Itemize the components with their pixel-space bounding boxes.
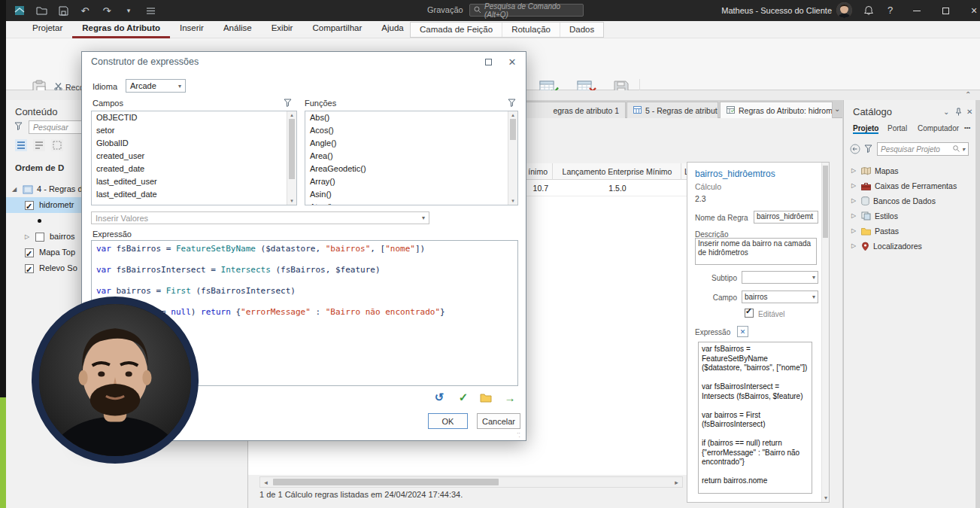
expand-icon[interactable]: ▷ xyxy=(851,239,858,254)
scroll-down-icon[interactable]: ▾ xyxy=(822,494,830,501)
catalog-item-localizadores[interactable]: ▷Localizadores xyxy=(844,239,975,254)
ribbon-tab-projetar[interactable]: Projetar xyxy=(23,20,72,38)
context-tab-dados[interactable]: Dados xyxy=(560,23,603,37)
expand-icon[interactable]: ▷ xyxy=(851,193,858,208)
field-item[interactable]: created_date xyxy=(92,163,296,175)
expand-icon[interactable]: ▷ xyxy=(25,229,32,245)
dialog-maximize-button[interactable] xyxy=(479,55,497,68)
scrollbar-thumb[interactable] xyxy=(273,479,499,485)
undo-icon[interactable]: ↺ xyxy=(432,391,446,404)
catalog-item-pastas[interactable]: ▷Pastas xyxy=(844,224,975,239)
tab-projeto[interactable]: Projeto xyxy=(853,124,878,134)
filter-funnel-icon[interactable] xyxy=(508,99,516,108)
customize-toolbar-icon[interactable] xyxy=(144,5,156,17)
more-tabs-icon[interactable]: ••• xyxy=(964,124,970,131)
filter-funnel-icon[interactable] xyxy=(14,122,23,132)
vertical-scrollbar[interactable]: ▴▾ xyxy=(287,111,296,205)
ribbon-tab-an-lise[interactable]: Análise xyxy=(214,20,262,38)
save-icon[interactable] xyxy=(57,5,69,17)
catalog-search-input[interactable]: Pesquisar Projeto ▾ xyxy=(877,142,969,156)
ribbon-tab-inserir[interactable]: Inserir xyxy=(170,20,214,38)
context-tab-rotula-o[interactable]: Rotulação xyxy=(502,23,560,37)
expression-preview[interactable]: var fsBairros = FeatureSetByName ($datas… xyxy=(698,342,812,494)
expand-icon[interactable]: ▷ xyxy=(851,208,858,224)
undo-icon[interactable]: ↶ xyxy=(79,5,91,17)
view-tab-attribute-rules[interactable]: Regras do Atributo: hidrom xyxy=(720,102,833,118)
layer-visibility-checkbox[interactable] xyxy=(35,233,44,242)
expand-icon[interactable]: ▷ xyxy=(851,224,858,239)
catalog-item-bancos-de-dados[interactable]: ▷Bancos de Dados xyxy=(844,193,975,208)
expand-icon[interactable]: ▷ xyxy=(851,178,858,193)
catalog-item-mapas[interactable]: ▷Mapas xyxy=(844,163,975,178)
field-select[interactable]: bairros▾ xyxy=(742,291,818,303)
redo-icon[interactable]: ↷ xyxy=(101,5,113,17)
ribbon-tab-ajuda[interactable]: Ajuda xyxy=(372,20,413,38)
validate-check-icon[interactable]: ✓ xyxy=(457,391,470,404)
ribbon-tab-regras-do-atributo[interactable]: Regras do Atributo xyxy=(72,20,170,38)
expand-icon[interactable]: ▷ xyxy=(851,163,858,178)
ok-button[interactable]: OK xyxy=(428,413,468,429)
editable-checkbox[interactable] xyxy=(745,309,754,318)
tab-computador[interactable]: Computador xyxy=(918,124,959,132)
catalog-item-caixas-de-ferramentas[interactable]: ▷Caixas de Ferramentas xyxy=(844,178,975,193)
command-search-input[interactable]: Pesquisa de Comando (Alt+Q) xyxy=(469,4,584,17)
list-by-selection-icon[interactable] xyxy=(51,139,63,153)
language-select[interactable]: Arcade▾ xyxy=(126,79,186,93)
list-by-drawing-order-icon[interactable] xyxy=(15,139,27,153)
back-icon[interactable] xyxy=(850,144,860,156)
point-symbol[interactable] xyxy=(38,219,41,223)
cancel-button[interactable]: Cancelar xyxy=(477,413,520,429)
field-item[interactable]: GlobalID xyxy=(92,137,296,150)
scroll-right-icon[interactable]: ▸ xyxy=(671,479,682,486)
function-item[interactable]: Area() xyxy=(305,150,517,163)
horizontal-scrollbar[interactable]: ◂ ▸ xyxy=(259,476,683,488)
layer-visibility-checkbox[interactable] xyxy=(25,248,34,257)
function-item[interactable]: Abs() xyxy=(305,111,517,124)
filter-funnel-icon[interactable] xyxy=(284,99,292,108)
maximize-button[interactable] xyxy=(934,0,957,21)
close-icon[interactable]: ✕ xyxy=(966,108,972,116)
function-item[interactable]: Atan() xyxy=(305,201,517,205)
function-item[interactable]: Array() xyxy=(305,175,517,188)
insert-values-select[interactable]: Inserir Valores▾ xyxy=(91,211,429,224)
function-item[interactable]: Angle() xyxy=(305,137,517,150)
pin-icon[interactable]: ▾ xyxy=(962,146,965,153)
ribbon-tab-exibir[interactable]: Exibir xyxy=(262,20,303,38)
collapse-ribbon-icon[interactable]: ⌃ xyxy=(965,90,971,99)
rule-name-input[interactable]: bairros_hidrôemt xyxy=(754,211,818,224)
open-folder-icon[interactable] xyxy=(479,391,493,404)
tab-portal[interactable]: Portal xyxy=(887,124,907,132)
ribbon-tab-compartilhar[interactable]: Compartilhar xyxy=(302,20,372,38)
function-item[interactable]: AreaGeodetic() xyxy=(305,163,517,175)
description-input[interactable]: Inserir nome da bairro na camada de hidr… xyxy=(695,238,817,265)
chevron-down-icon[interactable]: ⌄ xyxy=(943,108,949,116)
context-tab-camada-de-fei-o[interactable]: Camada de Feição xyxy=(411,23,502,37)
resize-grip[interactable]: ∙∙ ∙ xyxy=(517,431,524,439)
filter-funnel-icon[interactable] xyxy=(864,144,872,154)
view-tab-rules-2[interactable]: 5 - Regras de atributo 2 xyxy=(627,102,718,118)
field-item[interactable]: last_edited_date xyxy=(92,188,296,201)
catalog-item-estilos[interactable]: ▷Estilos xyxy=(844,208,975,224)
pin-icon[interactable] xyxy=(955,108,962,117)
field-item[interactable]: created_user xyxy=(92,150,296,163)
list-by-source-icon[interactable] xyxy=(33,139,45,153)
function-item[interactable]: Acos() xyxy=(305,124,517,137)
field-item[interactable]: setor xyxy=(92,124,296,137)
column-header[interactable]: Lançamento Enterprise Mínimo xyxy=(554,163,681,180)
notifications-bell-icon[interactable] xyxy=(863,5,875,17)
dialog-close-button[interactable]: ✕ xyxy=(503,55,521,68)
tab-list-chevron-icon[interactable]: ⌄ xyxy=(834,105,840,113)
scroll-left-icon[interactable]: ◂ xyxy=(260,479,272,486)
layer-visibility-checkbox[interactable] xyxy=(25,201,34,210)
vertical-scrollbar[interactable]: ▾ xyxy=(821,163,829,502)
chevron-down-icon[interactable]: ▾ xyxy=(123,5,135,17)
field-item[interactable]: OBJECTID xyxy=(92,111,296,124)
edit-expression-button[interactable]: ✕ xyxy=(737,326,748,337)
minimize-button[interactable] xyxy=(906,0,928,21)
folder-icon[interactable] xyxy=(35,5,47,17)
field-item[interactable]: last_edited_user xyxy=(92,175,296,188)
help-icon[interactable]: ? xyxy=(887,5,893,16)
user-name[interactable]: Matheus - Sucesso do Cliente xyxy=(719,6,832,15)
subtype-select[interactable]: ▾ xyxy=(742,271,818,284)
close-button[interactable]: × xyxy=(963,0,980,21)
